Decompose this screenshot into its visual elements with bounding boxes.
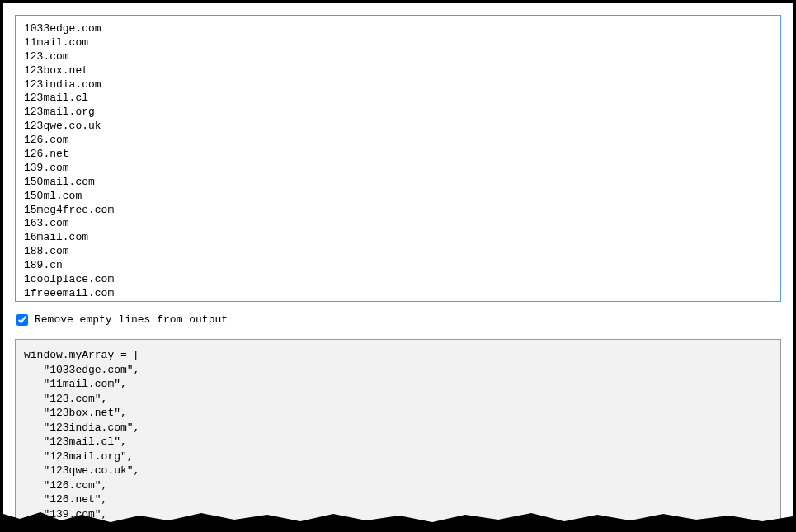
remove-empty-lines-label: Remove empty lines from output (35, 313, 228, 326)
main-container: 1033edge.com 11mail.com 123.com 123box.n… (3, 3, 793, 529)
input-textarea[interactable]: 1033edge.com 11mail.com 123.com 123box.n… (15, 15, 781, 302)
output-code: window.myArray = [ "1033edge.com", "11ma… (15, 339, 781, 520)
checkbox-row: Remove empty lines from output (15, 313, 781, 326)
remove-empty-lines-checkbox[interactable] (16, 314, 28, 326)
